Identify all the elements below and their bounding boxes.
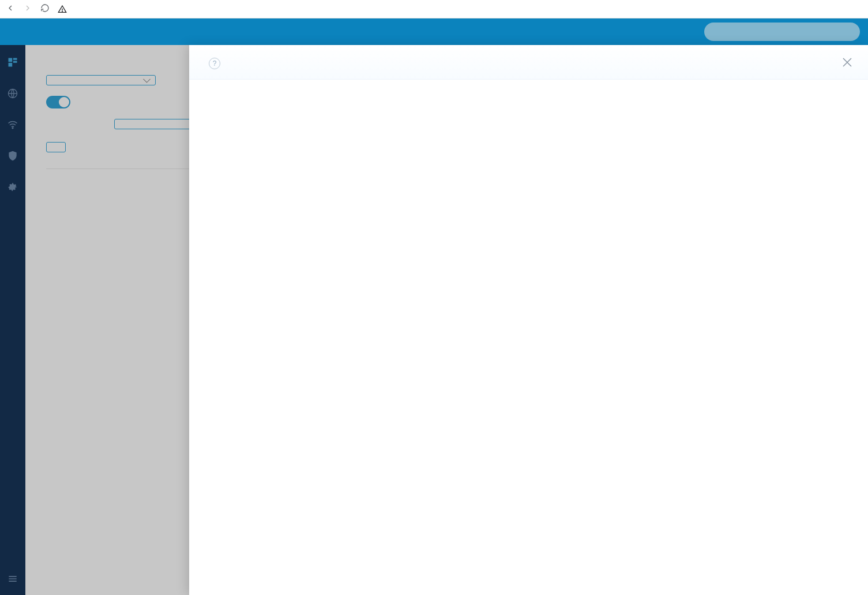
- nav-reload-icon[interactable]: [40, 3, 50, 14]
- app-header: [0, 18, 868, 45]
- close-icon[interactable]: [840, 55, 854, 71]
- browser-bar: [0, 0, 868, 18]
- help-icon[interactable]: ?: [209, 58, 220, 69]
- nav-forward-icon[interactable]: [23, 3, 32, 14]
- warning-triangle-icon: [58, 5, 67, 14]
- component-panel: ?: [189, 45, 868, 595]
- search-input[interactable]: [704, 23, 860, 41]
- svg-point-0: [62, 11, 63, 12]
- nav-back-icon[interactable]: [6, 3, 15, 14]
- security-area[interactable]: [58, 5, 70, 14]
